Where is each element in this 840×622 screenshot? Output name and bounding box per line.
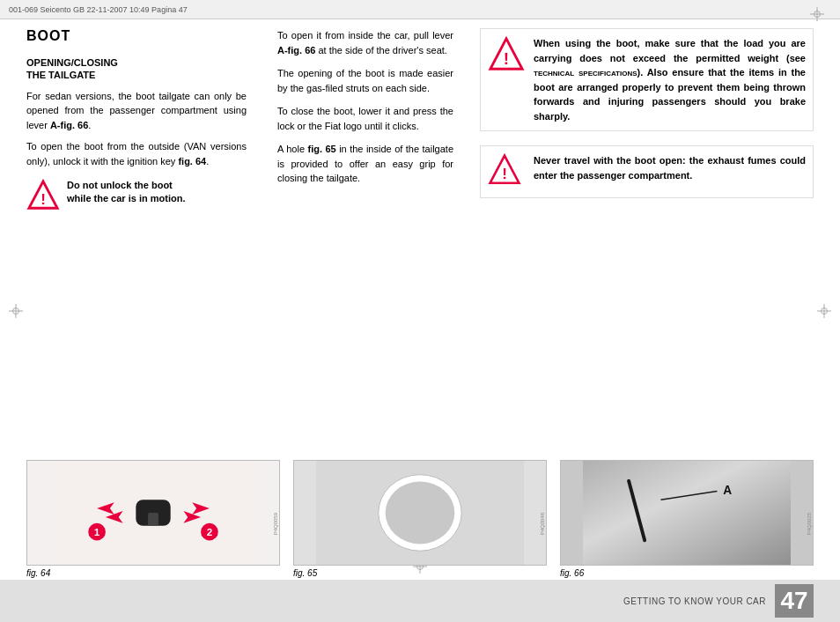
figure-item-66: A P4Q0025 fig. 66 [560,460,814,578]
subsection-title: OPENING/CLOSINGTHE TAILGATE [26,56,247,82]
crosshair-mid-left [9,304,23,318]
left-p1: For sedan versions, the boot tailgate ca… [26,89,247,133]
svg-text:A: A [723,484,732,497]
fig66-side-text: P4Q0025 [807,513,812,535]
fig64-svg: 1 2 [27,461,279,565]
figure-img-64: 1 2 P4Q0059 [26,460,280,566]
mid-p4: A hole fig. 65 in the inside of the tail… [277,142,453,186]
warning-icon-left: ! [26,179,60,212]
figure-label-65: fig. 65 [293,568,547,578]
figure-item-64: 1 2 P4Q0059 fig. 64 [26,460,280,578]
svg-text:!: ! [504,49,509,68]
svg-text:!: ! [502,165,507,182]
svg-text:!: ! [41,191,46,208]
warning-icon-right1: ! [488,36,525,73]
svg-rect-20 [583,461,791,565]
figure-label-64: fig. 64 [26,568,280,578]
footer: GETTING TO KNOW YOUR CAR 47 [0,580,840,622]
figure-img-65: P4Q0048 [293,460,547,566]
figure-label-66: fig. 66 [560,568,814,578]
col-right: ! When using the boot, make sure that th… [467,28,814,451]
warning-box-right1: ! When using the boot, make sure that th… [480,28,814,131]
svg-text:1: 1 [94,526,100,538]
figure-item-65: P4Q0048 fig. 65 [293,460,547,578]
figures-row: 1 2 P4Q0059 fig. 64 P4Q0048 fig. [26,451,814,578]
right-warning1-text: When using the boot, make sure that the … [534,36,806,123]
fig65-side-text: P4Q0048 [540,513,545,535]
fig65-svg [294,461,546,565]
fig66-svg: A [561,461,813,565]
page-number: 47 [775,584,814,618]
header-bar: 001-069 Seicento GB 22-11-2007 10:49 Pag… [0,0,840,19]
section-title: BOOT [26,28,247,44]
left-p2: To open the boot from the outside (VAN v… [26,139,247,168]
page-content: BOOT OPENING/CLOSINGTHE TAILGATE For sed… [26,19,814,578]
warning-box-right2: ! Never travel with the boot open: the e… [480,145,814,198]
mid-p3: To close the boot, lower it and press th… [277,104,453,133]
footer-section-text: GETTING TO KNOW YOUR CAR [623,596,766,606]
crosshair-mid-right [817,304,831,318]
svg-text:2: 2 [207,526,213,538]
col-middle: To open it from inside the car, pull lev… [264,28,467,451]
right-warning2-text: Never travel with the boot open: the exh… [534,153,806,182]
header-text: 001-069 Seicento GB 22-11-2007 10:49 Pag… [9,5,188,14]
svg-rect-8 [148,513,158,526]
warning-icon-right2: ! [488,153,525,190]
warning-box-left: ! Do not unlock the boot while the car i… [26,179,247,212]
warning-text-left: Do not unlock the boot while the car is … [67,179,185,206]
figure-img-66: A P4Q0025 [560,460,814,566]
fig64-side-text: P4Q0059 [273,513,278,535]
col-left: BOOT OPENING/CLOSINGTHE TAILGATE For sed… [26,28,264,451]
mid-p2: The opening of the boot is made easier b… [277,66,453,95]
svg-point-19 [386,482,455,544]
mid-p1: To open it from inside the car, pull lev… [277,28,453,57]
main-columns: BOOT OPENING/CLOSINGTHE TAILGATE For sed… [26,19,814,451]
